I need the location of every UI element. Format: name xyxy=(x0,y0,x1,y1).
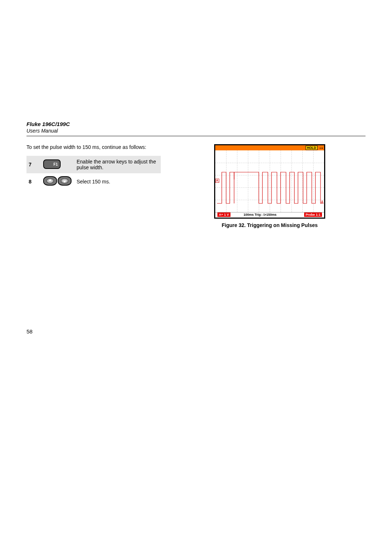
scope-top-bar: HOLD ⊶ xyxy=(215,145,324,150)
step-row: 8 Select 150 ms. xyxy=(26,173,161,190)
header-subtitle: Users Manual xyxy=(26,128,366,134)
intro-text: To set the pulse width to 150 ms, contin… xyxy=(26,144,161,150)
step-description: Enable the arrow keys to adjust the puls… xyxy=(74,156,161,173)
page-number: 58 xyxy=(26,328,33,335)
hold-badge: HOLD xyxy=(306,146,318,150)
waveform xyxy=(215,150,324,212)
scope-graticule: A A xyxy=(215,150,324,212)
step-number: 7 xyxy=(26,156,41,173)
steps-table: 7 Enable the arrow keys to adjust the pu… xyxy=(26,156,161,190)
arrow-up-icon xyxy=(43,176,57,186)
scope-screenshot: HOLD ⊶ A xyxy=(214,144,325,219)
status-timebase-trigger: 100ms Trig: ⎍>150ms xyxy=(244,213,277,216)
figure-caption: Figure 32. Triggering on Missing Pulses xyxy=(183,222,357,228)
scope-status-bar: A= 1 V 100ms Trig: ⎍>150ms Probe 1:1 xyxy=(215,212,324,218)
step-description: Select 150 ms. xyxy=(74,173,161,190)
step-row: 7 Enable the arrow keys to adjust the pu… xyxy=(26,156,161,173)
header-rule xyxy=(26,136,366,136)
arrow-down-icon xyxy=(58,176,72,186)
header-product: Fluke 196C/199C xyxy=(26,121,366,127)
arrow-keys-icon xyxy=(43,176,72,186)
connector-icon: ⊶ xyxy=(319,146,323,150)
step-number: 8 xyxy=(26,173,41,190)
f1-key-icon xyxy=(43,159,61,169)
status-channel-a: A= 1 V xyxy=(217,212,230,217)
status-probe: Probe 1:1 xyxy=(304,212,322,217)
